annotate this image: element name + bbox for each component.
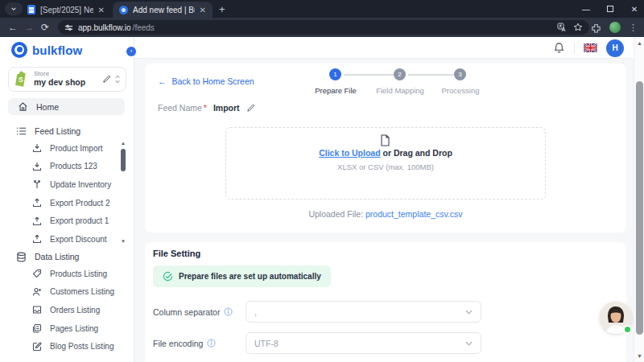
tag-icon bbox=[32, 269, 42, 278]
sidebar-section-feed-listing[interactable]: Feed Listing bbox=[0, 123, 134, 139]
sidebar: bulkflow S Store my dev shop bbox=[0, 37, 134, 362]
browser-tab-inactive[interactable]: [Sept/2025] New content - Ha ✕ bbox=[21, 2, 111, 18]
sidebar-item-pages-listing[interactable]: Pages Listing bbox=[0, 319, 134, 338]
stepper: 1 2 3 Prepare File Field Mapping Process… bbox=[145, 68, 626, 101]
upload-hint: XLSX or CSV (max. 100MB) bbox=[226, 162, 545, 171]
pages-icon bbox=[32, 323, 42, 333]
sidebar-item-label: Home bbox=[36, 102, 59, 112]
info-icon[interactable] bbox=[207, 339, 216, 348]
section-label: Data Listing bbox=[35, 252, 79, 261]
edit-feed-name-icon[interactable] bbox=[246, 104, 255, 113]
scroll-down-icon[interactable]: ▼ bbox=[120, 239, 126, 244]
step-2-label: Field Mapping bbox=[376, 86, 424, 95]
url-path: /feeds bbox=[133, 23, 155, 32]
column-separator-select[interactable]: , bbox=[246, 301, 481, 323]
sidebar-item-products-listing[interactable]: Products Listing bbox=[0, 265, 134, 283]
url-host: app.bulkflow.io bbox=[78, 23, 131, 32]
required-asterisk: * bbox=[204, 103, 207, 113]
language-flag-icon[interactable] bbox=[584, 43, 597, 52]
uploaded-file-name[interactable]: product_template_csv.csv bbox=[365, 209, 463, 219]
sidebar-item-blog-posts-listing[interactable]: Blog Posts Listing bbox=[0, 337, 134, 356]
window-close-button[interactable]: ✕ bbox=[630, 5, 639, 14]
scroll-up-icon[interactable]: ▲ bbox=[634, 40, 644, 46]
drag-drop-text: or Drag and Drop bbox=[381, 148, 452, 158]
tab-close-icon[interactable]: ✕ bbox=[98, 6, 105, 14]
sidebar-item-update-inventory[interactable]: Update Inventory bbox=[0, 175, 134, 194]
extensions-icon[interactable] bbox=[591, 23, 601, 33]
item-label: Export product 1 bbox=[50, 216, 109, 225]
scrollbar-thumb[interactable] bbox=[121, 149, 126, 171]
item-label: Customers Listing bbox=[50, 287, 114, 296]
bulkflow-logo[interactable]: bulkflow bbox=[11, 42, 82, 58]
user-avatar[interactable]: H bbox=[606, 39, 624, 57]
store-name: my dev shop bbox=[34, 78, 97, 88]
sidebar-item-customers-listing[interactable]: Customers Listing bbox=[0, 283, 134, 302]
browser-menu-icon[interactable]: ⋮ bbox=[629, 23, 638, 33]
browser-toolbar: ← → ⟳ app.bulkflow.io/feeds ⋮ bbox=[0, 18, 644, 37]
sidebar-item-export-product-1[interactable]: Export product 1 bbox=[0, 212, 134, 230]
step-1-label: Prepare File bbox=[315, 86, 357, 95]
bookmark-star-icon[interactable] bbox=[573, 23, 583, 32]
data-listing-section: Data Listing Products Listing Customers … bbox=[0, 249, 134, 356]
window-maximize-button[interactable] bbox=[605, 5, 615, 14]
sidebar-item-products-123[interactable]: Products 123 bbox=[0, 158, 134, 176]
sidebar-item-product-import[interactable]: Product Import bbox=[0, 139, 134, 158]
address-bar[interactable]: app.bulkflow.io/feeds bbox=[58, 20, 589, 35]
file-encoding-select[interactable]: UTF-8 bbox=[246, 332, 481, 354]
scroll-up-icon[interactable]: ▲ bbox=[120, 141, 126, 146]
info-icon[interactable] bbox=[224, 307, 233, 316]
select-chevrons-icon[interactable] bbox=[114, 75, 121, 84]
toolbar-right: ⋮ bbox=[591, 22, 644, 33]
svg-text:S: S bbox=[19, 76, 23, 84]
chevron-down-icon bbox=[465, 341, 473, 346]
list-icon bbox=[16, 126, 27, 136]
tab-close-icon[interactable]: ✕ bbox=[200, 6, 206, 14]
import-icon bbox=[32, 162, 42, 171]
feed-name-label: Feed Name bbox=[158, 103, 202, 113]
feed-name-row: Feed Name* Import bbox=[158, 103, 255, 113]
section-label: Feed Listing bbox=[35, 126, 80, 136]
column-separator-row: Column separator , bbox=[153, 301, 618, 323]
store-selector[interactable]: S Store my dev shop bbox=[8, 67, 126, 92]
file-icon bbox=[380, 134, 391, 146]
item-label: Pages Listing bbox=[50, 324, 98, 333]
window-controls: — ✕ bbox=[581, 0, 639, 18]
scroll-down-icon[interactable]: ▼ bbox=[634, 353, 644, 359]
store-meta: Store my dev shop bbox=[34, 71, 97, 87]
app-window: bulkflow S Store my dev shop bbox=[0, 37, 644, 362]
feed-name-value: Import bbox=[213, 103, 240, 113]
browser-tab-active[interactable]: Add new feed | Bulkflow ✕ bbox=[113, 2, 213, 18]
sidebar-list-scrollbar[interactable]: ▲ ▼ bbox=[120, 141, 126, 244]
sidebar-collapse-button[interactable]: ‹ bbox=[126, 47, 136, 56]
sidebar-item-export-product-2[interactable]: Export Product 2 bbox=[0, 194, 134, 212]
item-label: Blog Posts Listing bbox=[50, 342, 114, 351]
tab-search-button[interactable] bbox=[5, 2, 23, 15]
page-scrollbar[interactable]: ▲ ▼ bbox=[634, 37, 644, 362]
shopify-icon: S bbox=[14, 71, 29, 88]
sidebar-item-home[interactable]: Home bbox=[8, 98, 125, 115]
browser-reload-button[interactable]: ⟳ bbox=[37, 22, 53, 33]
edit-pencil-icon[interactable] bbox=[102, 75, 111, 84]
bulkflow-logo-text: bulkflow bbox=[32, 43, 82, 57]
item-label: Update Inventory bbox=[50, 180, 111, 189]
notifications-bell-icon[interactable] bbox=[553, 42, 565, 54]
scrollbar-thumb[interactable] bbox=[636, 81, 643, 335]
export-icon bbox=[32, 234, 42, 244]
browser-back-button[interactable]: ← bbox=[5, 22, 21, 33]
upload-dropzone[interactable]: Click to Upload or Drag and Drop XLSX or… bbox=[225, 127, 546, 200]
file-encoding-value: UTF-8 bbox=[254, 339, 279, 348]
step-2-circle: 2 bbox=[394, 68, 406, 80]
inbox-icon bbox=[32, 305, 42, 315]
edit-note-icon bbox=[32, 342, 42, 352]
step-3-circle: 3 bbox=[454, 68, 466, 80]
sidebar-item-export-discount[interactable]: Export Discount bbox=[0, 230, 134, 249]
sidebar-section-data-listing[interactable]: Data Listing bbox=[0, 249, 134, 265]
sidebar-item-orders-listing[interactable]: Orders Listing bbox=[0, 301, 134, 319]
browser-forward-button[interactable]: → bbox=[21, 22, 37, 33]
window-minimize-button[interactable]: — bbox=[581, 5, 591, 14]
site-settings-icon[interactable] bbox=[64, 23, 73, 32]
browser-profile-avatar[interactable] bbox=[609, 22, 621, 33]
click-to-upload-link[interactable]: Click to Upload bbox=[319, 148, 380, 158]
new-tab-button[interactable]: + bbox=[219, 3, 225, 15]
translate-icon[interactable] bbox=[557, 23, 567, 32]
